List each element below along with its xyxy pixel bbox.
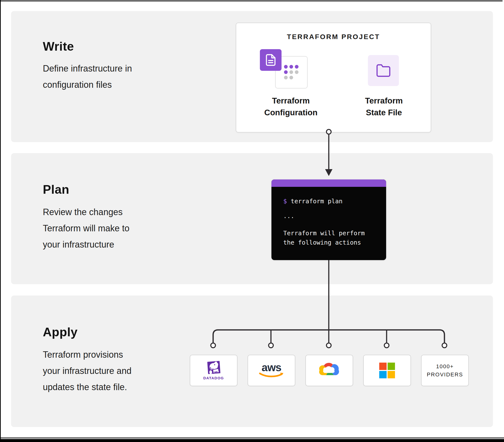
terminal-output-line: Terraform will perform (283, 230, 365, 237)
plan-description: Review the changes Terraform will make t… (43, 204, 129, 253)
datadog-wordmark: DATADOG (203, 376, 224, 380)
project-card-title: TERRAFORM PROJECT (236, 33, 431, 41)
provider-card-aws: aws (248, 355, 295, 386)
apply-description: Terraform provisions your infrastructure… (43, 347, 131, 395)
terminal-command: terraform plan (291, 198, 342, 205)
provider-card-datadog: DATADOG (190, 355, 237, 386)
write-heading: Write (43, 39, 74, 54)
terminal-prompt: $ (283, 198, 287, 205)
aws-wordmark: aws (262, 363, 281, 373)
terminal-output-line: the following actions (283, 239, 361, 246)
terminal-command-line: $ terraform plan (283, 198, 342, 205)
provider-card-microsoft (363, 355, 411, 386)
folder-glyph (376, 63, 391, 78)
document-icon (260, 49, 282, 71)
plan-heading: Plan (43, 182, 69, 197)
frame-bottom-line (0, 438, 504, 438)
terraform-state-file-label: Terraform State File (347, 95, 421, 119)
provider-card-google-cloud (306, 355, 353, 386)
terraform-workflow-diagram: Write Define infrastructure in configura… (0, 0, 504, 442)
microsoft-squares-icon (379, 363, 395, 378)
provider-card-more-providers: 1000+ PROVIDERS (421, 355, 469, 386)
document-glyph (264, 54, 277, 66)
datadog-dog-icon (206, 361, 221, 376)
folder-icon (368, 55, 399, 86)
frame-left-edge (0, 0, 1, 442)
aws-smile-icon (259, 373, 284, 378)
terminal-ellipsis: ... (283, 212, 294, 220)
more-providers-label: 1000+ (436, 362, 454, 371)
terraform-project-card: TERRAFORM PROJECT Terraform C (236, 23, 431, 133)
google-cloud-icon (318, 362, 341, 379)
write-description: Define infrastructure in configuration f… (43, 60, 132, 93)
apply-heading: Apply (43, 325, 77, 339)
frame-bottom-bar (0, 439, 504, 442)
frame-top-edge (0, 0, 503, 1)
terraform-configuration-label: Terraform Configuration (254, 95, 328, 119)
terminal-titlebar (271, 179, 386, 187)
more-providers-label: PROVIDERS (427, 371, 463, 379)
terminal-window: $ terraform plan ... Terraform will perf… (271, 179, 386, 260)
